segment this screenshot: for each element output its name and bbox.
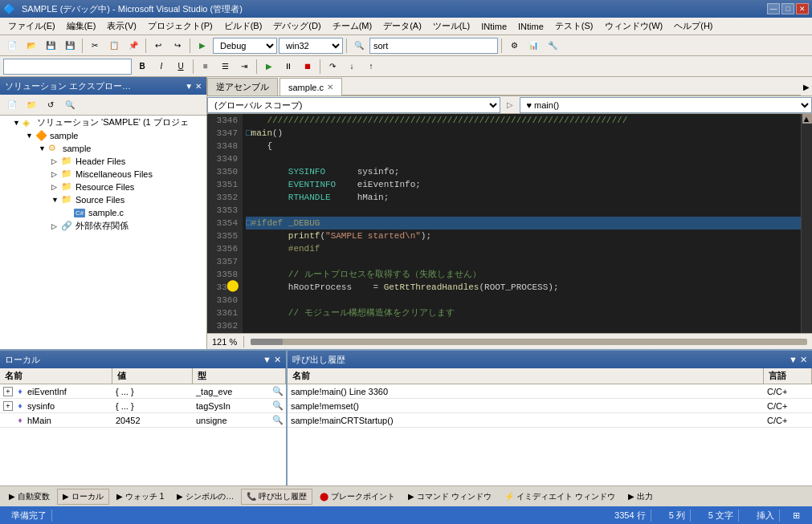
- btab-callstack[interactable]: 📞 呼び出し履歴: [241, 489, 312, 505]
- tb-debug-play[interactable]: ▶: [260, 59, 278, 75]
- func-combo[interactable]: ♥ main(): [520, 97, 813, 113]
- tb-copy[interactable]: 📋: [105, 38, 123, 54]
- tb-indent[interactable]: ⇥: [235, 59, 253, 75]
- scope-combo[interactable]: (グローバル スコープ): [207, 97, 500, 113]
- var-search-0[interactable]: 🔍: [270, 386, 286, 396]
- tb-btn-extra3[interactable]: 🔧: [544, 38, 561, 54]
- tb-italic[interactable]: I: [153, 59, 170, 75]
- se-btn1[interactable]: 📄: [3, 97, 21, 113]
- text-input[interactable]: [3, 59, 132, 75]
- var-search-1[interactable]: 🔍: [270, 400, 286, 411]
- tb-step-into[interactable]: ↓: [343, 59, 361, 75]
- tab-disasm[interactable]: 逆アセンブル: [207, 78, 278, 95]
- tb-undo[interactable]: ↩: [149, 38, 167, 54]
- tree-project-root[interactable]: ▼ 🔶 sample: [0, 129, 206, 142]
- tb-debug-stop[interactable]: ⏹: [299, 59, 316, 75]
- btab-breakpoint[interactable]: ⬤ ブレークポイント: [314, 489, 401, 505]
- tree-header-files[interactable]: ▷ 📁 Header Files: [0, 155, 206, 168]
- tb-step-over[interactable]: ↷: [324, 59, 341, 75]
- btab-output[interactable]: ▶ 出力: [622, 489, 659, 505]
- status-resize[interactable]: ⊞: [793, 510, 806, 521]
- menu-edit[interactable]: 編集(E): [62, 18, 101, 34]
- tree-misc-files[interactable]: ▷ 📁 Miscellaneous Files: [0, 168, 206, 181]
- tb-cut[interactable]: ✂: [86, 38, 104, 54]
- btab-watch1[interactable]: ▶ ウォッチ 1: [111, 489, 169, 505]
- tb-save-all[interactable]: 💾: [61, 38, 79, 54]
- menu-project[interactable]: プロジェクト(P): [143, 18, 218, 34]
- tb-step-out[interactable]: ↑: [362, 59, 380, 75]
- expand-btn-0[interactable]: +: [3, 387, 13, 396]
- tree-external-deps[interactable]: ▷ 🔗 外部依存関係: [0, 219, 206, 233]
- tb-bold[interactable]: B: [133, 59, 151, 75]
- var-icon-2: ♦: [14, 415, 26, 426]
- menu-team[interactable]: チーム(M): [328, 18, 377, 34]
- tb-paste[interactable]: 📌: [124, 38, 142, 54]
- tb-debug-pause[interactable]: ⏸: [280, 59, 297, 75]
- code-text[interactable]: ////////////////////////////////////////…: [243, 114, 801, 333]
- se-btn4[interactable]: 🔍: [61, 97, 79, 113]
- tb-btn-extra1[interactable]: ⚙: [505, 38, 523, 54]
- cs-row-2[interactable]: sample!mainCRTStartup() C/C+: [288, 413, 812, 428]
- tree-sample-c[interactable]: C# sample.c: [0, 206, 206, 219]
- btab-command[interactable]: ▶ コマンド ウィンドウ: [402, 489, 497, 505]
- tree-project-sub[interactable]: ▼ ⚙ sample: [0, 142, 206, 155]
- maximize-button[interactable]: □: [781, 3, 794, 14]
- tab-scroll-right[interactable]: ▶: [801, 78, 812, 95]
- minimize-button[interactable]: —: [767, 3, 780, 14]
- tree-source-files[interactable]: ▼ 📁 Source Files: [0, 193, 206, 206]
- code-editor[interactable]: 3346 3347 3348 3349 3350 3351 3352 3353 …: [207, 114, 812, 333]
- menu-build[interactable]: ビルド(B): [219, 18, 267, 34]
- tb-new-project[interactable]: 📄: [3, 38, 21, 54]
- scrollbar-track[interactable]: [251, 339, 807, 345]
- menu-intime2[interactable]: INtime: [513, 20, 549, 33]
- tb-btn-extra2[interactable]: 📊: [524, 38, 542, 54]
- tb-underline[interactable]: U: [172, 59, 190, 75]
- menu-window[interactable]: ウィンドウ(W): [600, 18, 668, 34]
- tab-close-icon[interactable]: ✕: [327, 83, 333, 91]
- menu-debug[interactable]: デバッグ(D): [268, 18, 325, 34]
- tree-solution[interactable]: ▼ ◈ ソリューション 'SAMPLE' (1 プロジェ: [0, 116, 206, 129]
- scrollbar-up[interactable]: ▲: [802, 114, 812, 124]
- cs-row-0[interactable]: sample!main() Line 3360 C/C+: [288, 384, 812, 399]
- tree-resource-files[interactable]: ▷ 📁 Resource Files: [0, 181, 206, 193]
- menu-intime1[interactable]: INtime: [476, 20, 512, 33]
- locals-rows: + ♦ eiEventInf { ... } _tag_eve 🔍 + ♦ sy…: [0, 384, 286, 485]
- menu-tools[interactable]: ツール(L): [428, 18, 475, 34]
- cs-pins[interactable]: ▼ ✕: [789, 355, 807, 365]
- menu-test[interactable]: テスト(S): [550, 18, 598, 34]
- tb-open[interactable]: 📂: [22, 38, 40, 54]
- se-btn3[interactable]: ↺: [42, 97, 59, 113]
- btab-immediate[interactable]: ⚡ イミディエイト ウィンドウ: [499, 489, 621, 505]
- tb-save[interactable]: 💾: [42, 38, 59, 54]
- locals-row-2[interactable]: ♦ hMain 20452 unsigne 🔍: [0, 413, 286, 428]
- platform-combo[interactable]: win32: [279, 38, 343, 54]
- tab-editor[interactable]: sample.c ✕: [280, 78, 342, 95]
- menu-data[interactable]: データ(A): [378, 18, 426, 34]
- tb-list[interactable]: ☰: [216, 59, 234, 75]
- locals-pins[interactable]: ▼ ✕: [263, 355, 281, 365]
- debug-config-combo[interactable]: Debug: [213, 38, 277, 54]
- close-button[interactable]: ✕: [796, 3, 809, 14]
- menu-file[interactable]: ファイル(E): [3, 18, 60, 34]
- locals-row-0[interactable]: + ♦ eiEventInf { ... } _tag_eve 🔍: [0, 384, 286, 399]
- solution-explorer: ソリューション エクスプロー… ▼ ✕ 📄 📁 ↺ 🔍 ▼ ◈ ソリューション …: [0, 77, 207, 349]
- search-input[interactable]: [369, 38, 498, 54]
- btab-symbol[interactable]: ▶ シンボルの…: [171, 489, 239, 505]
- se-btn2[interactable]: 📁: [22, 97, 40, 113]
- tb-align[interactable]: ≡: [197, 59, 214, 75]
- btab-auto[interactable]: ▶ 自動変数: [3, 489, 55, 505]
- tb-find[interactable]: 🔍: [350, 38, 368, 54]
- callstack-panel: 呼び出し履歴 ▼ ✕ 名前 言語 sample!main() Line 3360…: [288, 351, 812, 485]
- tb-run[interactable]: ▶: [194, 38, 211, 54]
- expand-btn-1[interactable]: +: [3, 401, 13, 411]
- locals-row-1[interactable]: + ♦ sysinfo { ... } tagSysIn 🔍: [0, 399, 286, 413]
- var-search-2[interactable]: 🔍: [270, 415, 286, 425]
- btab-breakpoint-label: ブレークポイント: [331, 491, 395, 502]
- se-pins[interactable]: ▼ ✕: [185, 82, 202, 91]
- tb-redo[interactable]: ↪: [169, 38, 186, 54]
- menu-view[interactable]: 表示(V): [102, 18, 141, 34]
- btab-locals[interactable]: ▶ ローカル: [57, 489, 109, 505]
- scrollbar-thumb[interactable]: [251, 339, 283, 345]
- menu-help[interactable]: ヘルプ(H): [669, 18, 717, 34]
- cs-row-1[interactable]: sample!memset() C/C+: [288, 399, 812, 413]
